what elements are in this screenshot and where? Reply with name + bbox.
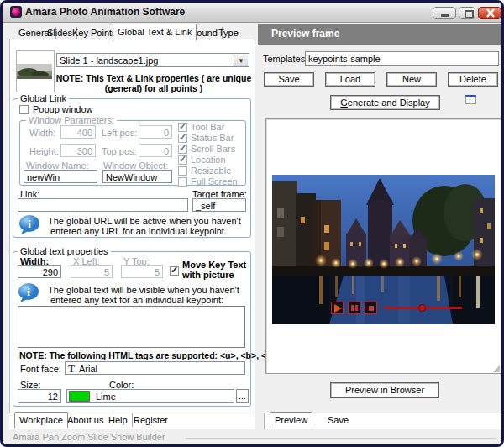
font-face-label: Font face: [20, 364, 61, 374]
tab-global-text-link[interactable]: Global Text & Link [113, 24, 197, 41]
window-state-icon [465, 95, 476, 104]
tab-save[interactable]: Save [323, 413, 353, 427]
color-swatch [69, 391, 90, 402]
slide-dropdown-value: Slide 1 - landscape1.jpg [60, 55, 158, 66]
tab-type[interactable]: Type [214, 27, 243, 39]
status-text: Amara Pan Zoom Slide Show Builder [13, 432, 165, 442]
app-icon [10, 6, 22, 18]
preview-frame-header: Preview frame [258, 24, 503, 45]
close-button[interactable] [478, 7, 501, 19]
size-field[interactable]: 12 [18, 389, 61, 403]
new-template-button[interactable]: New [386, 72, 437, 87]
url-info-line-1: The global URL will be active when you h… [48, 216, 241, 226]
minimize-icon [441, 14, 449, 17]
leftpos-label: Left pos: [102, 128, 137, 138]
popup-window-checkbox[interactable] [19, 105, 29, 114]
toolbar-label: Tool Bar [191, 122, 224, 132]
width-label: Width: [29, 128, 55, 138]
toolbar-checkbox[interactable] [178, 123, 187, 132]
window-parameters-title: Window Parameters: [26, 115, 117, 125]
stop-button[interactable] [365, 302, 377, 314]
tab-preview[interactable]: Preview [270, 412, 312, 428]
window-title: Amara Photo Animation Software [25, 6, 185, 18]
move-key-text-label-2: with picture [182, 270, 234, 280]
minimize-button[interactable] [433, 7, 456, 19]
preview-frame-title: Preview frame [271, 28, 339, 39]
popup-window-label: Popup window [33, 104, 93, 114]
tab-about-us[interactable]: About us [63, 413, 108, 427]
chevron-down-icon[interactable]: ▼ [234, 55, 248, 67]
load-template-button[interactable]: Load [325, 72, 375, 87]
window-width-field[interactable]: 400 [60, 125, 96, 139]
statusbar-checkbox[interactable] [178, 134, 187, 143]
fullscreen-checkbox[interactable] [178, 177, 187, 187]
preview-in-browser-button[interactable]: Preview in Browser [330, 382, 439, 398]
maximize-icon [465, 10, 474, 18]
close-icon [479, 8, 502, 18]
move-key-text-label-1: Move Key Text [182, 260, 246, 270]
window-object-field[interactable]: NewWindow [102, 170, 172, 183]
scrollbars-checkbox[interactable] [178, 145, 187, 154]
font-icon: T [68, 363, 75, 375]
info-icon: i [18, 215, 40, 235]
font-face-field[interactable]: TArial [65, 361, 245, 375]
html-tags-note: NOTE: The following HTML tags are suppor… [19, 350, 274, 360]
text-info-line-1: The global text will be visible when you… [48, 285, 239, 295]
templates-field[interactable]: keypoints-sample [305, 51, 499, 66]
svg-text:i: i [27, 286, 30, 298]
seek-slider-thumb[interactable] [418, 304, 426, 312]
stop-icon [369, 306, 374, 311]
window-toppos-field[interactable]: 0 [139, 144, 172, 157]
toppos-label: Top pos: [102, 146, 137, 156]
save-template-button[interactable]: Save [264, 72, 314, 87]
move-key-text-checkbox[interactable] [170, 266, 179, 276]
generate-label: enerate and Display [348, 97, 430, 108]
font-face-value: Arial [79, 364, 97, 374]
target-frame-field[interactable]: _self [192, 198, 246, 212]
generate-and-display-button[interactable]: Generate and Display [330, 95, 440, 110]
tab-workplace[interactable]: Workplace [14, 412, 68, 428]
statusbar-label: Status Bar [191, 133, 234, 143]
url-info-line-2: entered any URL for an individual keypoi… [50, 226, 227, 236]
play-icon [334, 304, 342, 313]
location-label: Location [191, 155, 226, 165]
ytop-field[interactable]: 5 [121, 265, 163, 278]
color-name: Lime [96, 392, 116, 402]
play-button[interactable] [331, 302, 344, 314]
tab-register[interactable]: Register [129, 413, 172, 427]
preview-photo [272, 175, 495, 324]
preview-area [265, 118, 501, 374]
global-link-group-title: Global Link [18, 93, 69, 103]
link-field[interactable] [18, 198, 188, 212]
maximize-button[interactable] [459, 7, 475, 19]
templates-label: Templates: [263, 54, 307, 64]
pause-button[interactable] [348, 302, 360, 314]
global-text-textarea[interactable] [18, 306, 245, 348]
global-text-group-title: Global text properties [18, 246, 111, 256]
svg-text:i: i [28, 218, 31, 230]
color-picker-button[interactable]: ... [236, 389, 249, 403]
app-window: Amara Photo Animation Software General S… [0, 0, 504, 447]
tab-help[interactable]: Help [104, 413, 133, 427]
generate-accelerator: G [340, 97, 348, 108]
xleft-field[interactable]: 5 [71, 265, 113, 278]
text-info-line-2: entered any text for an individual keypo… [50, 295, 223, 305]
resizable-checkbox[interactable] [178, 166, 187, 176]
status-divider [186, 438, 496, 439]
slide-dropdown[interactable]: Slide 1 - landscape1.jpg ▼ [56, 53, 249, 67]
scrollbars-label: Scroll Bars [191, 144, 235, 154]
height-label: Height: [29, 146, 59, 156]
window-height-field[interactable]: 300 [60, 144, 96, 157]
window-leftpos-field[interactable]: 0 [139, 125, 172, 139]
location-checkbox[interactable] [178, 155, 187, 165]
color-field[interactable]: Lime [66, 389, 234, 403]
text-width-field[interactable]: 290 [18, 265, 61, 278]
fullscreen-label: Full Screen [191, 176, 238, 187]
note-line-2: (general) for all points ) [55, 83, 253, 93]
resizable-label: Resizable [191, 166, 231, 176]
delete-template-button[interactable]: Delete [448, 72, 498, 87]
title-bar[interactable]: Amara Photo Animation Software [3, 3, 501, 23]
info-icon: i [18, 283, 39, 303]
window-name-field[interactable]: newWin [24, 170, 97, 183]
note-line-1: NOTE: This Text & Link properties ( are … [55, 73, 253, 83]
